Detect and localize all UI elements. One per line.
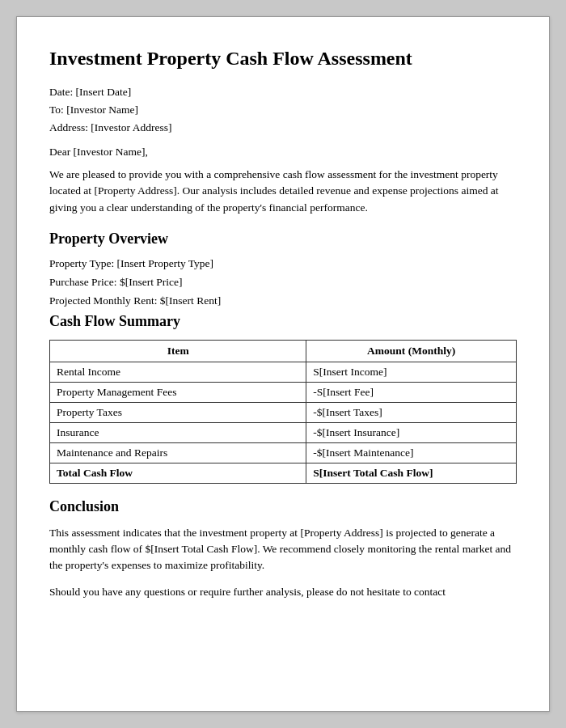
conclusion-para-2: Should you have any questions or require… <box>49 584 517 600</box>
total-amount: S[Insert Total Cash Flow] <box>306 463 517 483</box>
conclusion-heading: Conclusion <box>49 498 517 515</box>
row-item-mgmt-fees: Property Management Fees <box>50 382 306 402</box>
address-line: Address: [Investor Address] <box>49 121 517 134</box>
table-header-amount: Amount (Monthly) <box>306 340 517 362</box>
row-item-maintenance: Maintenance and Repairs <box>50 442 306 463</box>
meta-block: Date: [Insert Date] To: [Investor Name] … <box>49 86 517 134</box>
row-item-insurance: Insurance <box>50 422 306 442</box>
table-row: Property Management Fees -S[Insert Fee] <box>50 382 517 402</box>
row-amount-property-taxes: -$[Insert Taxes] <box>306 402 517 422</box>
date-line: Date: [Insert Date] <box>49 86 517 99</box>
row-amount-maintenance: -$[Insert Maintenance] <box>306 442 517 463</box>
row-amount-mgmt-fees: -S[Insert Fee] <box>306 382 517 402</box>
property-type-line: Property Type: [Insert Property Type] <box>49 257 517 270</box>
table-header-item: Item <box>50 340 306 362</box>
row-amount-rental-income: S[Insert Income] <box>306 362 517 382</box>
table-row: Property Taxes -$[Insert Taxes] <box>50 402 517 422</box>
table-row: Insurance -$[Insert Insurance] <box>50 422 517 442</box>
row-item-property-taxes: Property Taxes <box>50 402 306 422</box>
row-amount-insurance: -$[Insert Insurance] <box>306 422 517 442</box>
purchase-price-line: Purchase Price: $[Insert Price] <box>49 276 517 289</box>
conclusion-para-1: This assessment indicates that the inves… <box>49 525 517 574</box>
row-item-rental-income: Rental Income <box>50 362 306 382</box>
projected-rent-line: Projected Monthly Rent: $[Insert Rent] <box>49 294 517 307</box>
intro-paragraph: We are pleased to provide you with a com… <box>49 167 517 216</box>
total-label: Total Cash Flow <box>50 463 306 483</box>
cash-flow-table: Item Amount (Monthly) Rental Income S[In… <box>49 340 517 484</box>
dear-line: Dear [Investor Name], <box>49 146 517 159</box>
to-line: To: [Investor Name] <box>49 104 517 116</box>
cash-flow-heading: Cash Flow Summary <box>49 313 517 330</box>
cash-flow-section: Cash Flow Summary Item Amount (Monthly) … <box>49 313 517 484</box>
property-overview-heading: Property Overview <box>49 231 517 248</box>
document-page: Investment Property Cash Flow Assessment… <box>16 16 550 712</box>
table-row: Maintenance and Repairs -$[Insert Mainte… <box>50 442 517 463</box>
document-title: Investment Property Cash Flow Assessment <box>49 46 517 71</box>
table-row-total: Total Cash Flow S[Insert Total Cash Flow… <box>50 463 517 483</box>
table-row: Rental Income S[Insert Income] <box>50 362 517 382</box>
conclusion-section: Conclusion This assessment indicates tha… <box>49 498 517 600</box>
